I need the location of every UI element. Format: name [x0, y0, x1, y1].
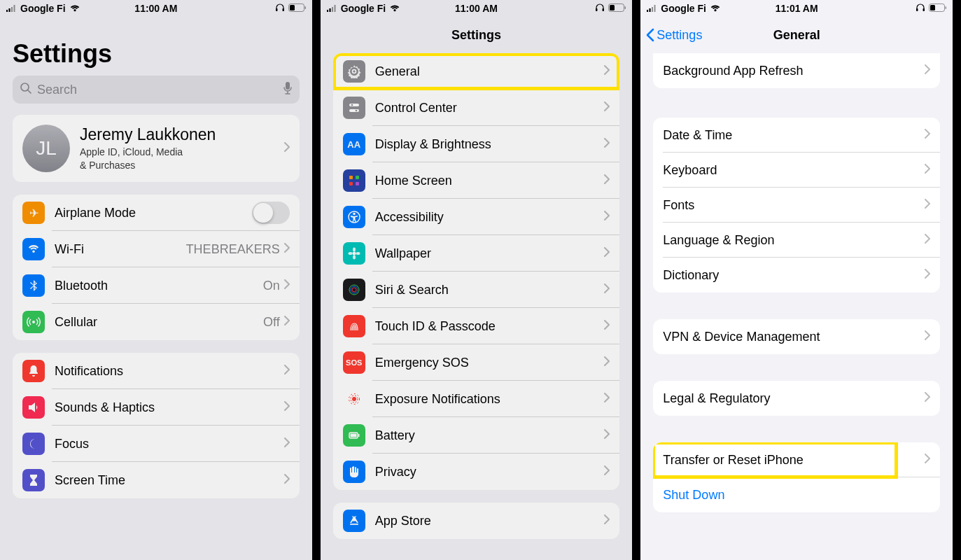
battery-icon: [929, 3, 947, 14]
siri-row[interactable]: Siri & Search: [333, 272, 620, 308]
background-app-refresh-row[interactable]: Background App Refresh: [653, 53, 940, 88]
sounds-row[interactable]: Sounds & Haptics: [13, 389, 300, 426]
chevron-right-icon: [925, 234, 930, 246]
svg-point-26: [353, 213, 356, 216]
bluetooth-icon: [22, 274, 45, 297]
chevron-right-icon: [604, 65, 610, 78]
back-button[interactable]: Settings: [646, 28, 702, 43]
app-store-row[interactable]: App Store: [333, 503, 620, 539]
wifi-row[interactable]: Wi-Fi THEBREAKERS: [13, 231, 300, 267]
svg-point-34: [352, 288, 356, 292]
apple-id-row[interactable]: JL Jeremy Laukkonen Apple ID, iCloud, Me…: [13, 115, 300, 182]
chevron-left-icon: [646, 28, 654, 42]
back-label: Settings: [657, 28, 702, 43]
svg-point-30: [348, 252, 352, 255]
svg-rect-23: [349, 182, 353, 186]
nav-title: Settings: [451, 28, 501, 43]
gear-icon: [343, 60, 365, 83]
carrier-label: Google Fi: [20, 3, 66, 14]
svg-point-29: [353, 255, 356, 260]
focus-row[interactable]: Focus: [13, 426, 300, 462]
svg-point-8: [32, 321, 35, 323]
signal-icon: [646, 3, 657, 14]
screen-time-row[interactable]: Screen Time: [13, 462, 300, 498]
airplane-toggle[interactable]: [252, 202, 290, 224]
language-region-row[interactable]: Language & Region: [653, 223, 940, 258]
wifi-icon: [389, 3, 400, 14]
hand-icon: [343, 461, 365, 483]
chevron-right-icon: [925, 269, 930, 281]
siri-icon: [343, 279, 365, 301]
transfer-reset-row[interactable]: Transfer or Reset iPhone: [653, 442, 940, 477]
shut-down-row[interactable]: Shut Down: [653, 477, 940, 512]
exposure-row[interactable]: Exposure Notifications: [333, 381, 620, 417]
search-input[interactable]: Search: [13, 76, 300, 104]
exposure-icon: [343, 388, 365, 410]
chevron-right-icon: [604, 174, 610, 187]
moon-icon: [22, 433, 45, 455]
dictionary-row[interactable]: Dictionary: [653, 258, 940, 293]
reset-group: Transfer or Reset iPhone Shut Down: [653, 442, 940, 512]
svg-rect-39: [358, 434, 360, 437]
svg-rect-45: [946, 6, 947, 9]
bluetooth-row[interactable]: Bluetooth On: [13, 267, 300, 304]
sos-icon: SOS: [343, 351, 365, 374]
touch-id-row[interactable]: Touch ID & Passcode: [333, 308, 620, 344]
notifications-row[interactable]: Notifications: [13, 353, 300, 389]
keyboard-row[interactable]: Keyboard: [653, 153, 940, 188]
headphones-icon: [916, 3, 925, 15]
hourglass-icon: [22, 469, 45, 491]
cellular-row[interactable]: Cellular Off: [13, 304, 300, 340]
airplane-icon: ✈︎: [22, 202, 45, 224]
legal-row[interactable]: Legal & Regulatory: [653, 381, 940, 416]
general-row[interactable]: General: [333, 53, 620, 90]
battery-icon: [608, 3, 626, 14]
chevron-right-icon: [925, 129, 930, 141]
legal-group: Legal & Regulatory: [653, 381, 940, 416]
svg-rect-22: [356, 176, 359, 179]
home-grid-icon: [343, 169, 365, 192]
chevron-right-icon: [284, 474, 290, 486]
svg-point-5: [21, 83, 29, 91]
mic-icon[interactable]: [283, 81, 293, 98]
battery-row[interactable]: Battery: [333, 417, 620, 454]
signal-icon: [6, 3, 17, 14]
wifi-value: THEBREAKERS: [186, 242, 280, 257]
accessibility-row[interactable]: Accessibility: [333, 199, 620, 235]
wifi-settings-icon: [22, 238, 45, 260]
wallpaper-row[interactable]: Wallpaper: [333, 235, 620, 272]
nav-bar: Settings: [321, 17, 633, 53]
svg-rect-3: [304, 6, 306, 9]
wifi-icon: [710, 3, 721, 14]
fonts-row[interactable]: Fonts: [653, 188, 940, 223]
battery-settings-icon: [343, 424, 365, 447]
text-size-icon: AA: [343, 133, 365, 155]
vpn-group: VPN & Device Management: [653, 319, 940, 354]
airplane-mode-row[interactable]: ✈︎ Airplane Mode: [13, 195, 300, 231]
svg-rect-21: [349, 176, 353, 179]
phone-general: Google Fi 11:01 AM Settings General Back…: [640, 0, 961, 560]
chevron-right-icon: [284, 438, 290, 450]
chevron-right-icon: [284, 365, 290, 377]
phone-settings-list: Google Fi 11:00 AM Settings General Cont…: [321, 0, 641, 560]
svg-point-20: [355, 110, 357, 112]
chevron-right-icon: [925, 454, 930, 466]
background-refresh-group: Background App Refresh: [653, 53, 940, 88]
status-time: 11:01 AM: [776, 3, 818, 14]
chevron-right-icon: [284, 316, 290, 328]
home-screen-row[interactable]: Home Screen: [333, 162, 620, 199]
svg-rect-13: [610, 5, 615, 10]
emergency-sos-row[interactable]: SOS Emergency SOS: [333, 344, 620, 381]
svg-rect-24: [356, 182, 359, 186]
svg-rect-40: [350, 434, 356, 438]
privacy-row[interactable]: Privacy: [333, 454, 620, 490]
svg-rect-10: [603, 8, 605, 11]
control-center-row[interactable]: Control Center: [333, 90, 620, 126]
svg-rect-1: [282, 8, 284, 11]
battery-icon: [288, 3, 307, 14]
vpn-row[interactable]: VPN & Device Management: [653, 319, 940, 354]
svg-rect-43: [923, 8, 925, 11]
date-time-row[interactable]: Date & Time: [653, 118, 940, 153]
account-name: Jeremy Laukkonen: [80, 125, 274, 144]
display-row[interactable]: AA Display & Brightness: [333, 126, 620, 162]
